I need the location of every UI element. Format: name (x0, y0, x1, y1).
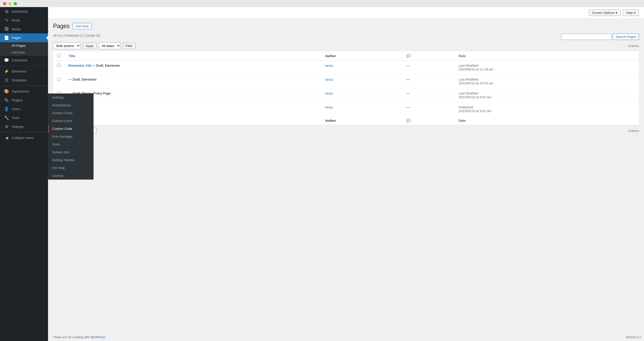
submenu-role-manager[interactable]: Role Manager (48, 133, 94, 140)
add-new-button[interactable]: Add New (73, 23, 91, 29)
items-count-top: 4 items (628, 44, 639, 48)
submenu-add-new[interactable]: Add New (0, 49, 48, 56)
submenu-system-info[interactable]: System Info (48, 148, 94, 156)
sidebar-item-appearance[interactable]: 🎨 Appearance (0, 87, 48, 96)
screen-options-button[interactable]: Screen Options ▾ (589, 10, 621, 16)
row1-checkbox[interactable] (57, 64, 60, 67)
row1-title-suffix: — Draft, Elementor (92, 64, 120, 67)
sidebar-item-plugins[interactable]: 🔌 Plugins (0, 96, 48, 105)
table-row: — Draft, Elementor tanaz — Last Modified… (53, 75, 639, 88)
wordpress-link[interactable]: WordPress (90, 335, 105, 339)
sidebar-item-collapse[interactable]: ◀ Collapse menu (0, 133, 48, 142)
settings-icon: ⚙ (4, 124, 9, 129)
search-row: Search Pages (561, 34, 639, 40)
header-area: All (4) | Published (1) | Drafts (3) Sea… (53, 34, 639, 40)
select-all-checkbox[interactable] (57, 54, 60, 57)
posts-icon: ✎ (4, 18, 9, 23)
row4-date-info: Published 2023/05/10 at 9:41 am (459, 105, 635, 113)
pages-arrow (46, 36, 48, 40)
filter-published-link[interactable]: Published (1) (64, 34, 85, 37)
sidebar-item-users[interactable]: 👤 Users (0, 105, 48, 113)
submenu-settings[interactable]: Settings (48, 93, 94, 101)
screen-options-label: Screen Options (592, 11, 615, 15)
submenu-tools[interactable]: Tools (48, 140, 94, 148)
dot-yellow[interactable] (8, 2, 12, 5)
row3-date-value: 2023/05/10 at 9:41 am (459, 95, 635, 99)
comment-bubble-icon: 💬 (406, 54, 410, 58)
row2-comments-cell: — (402, 75, 455, 88)
row2-author-cell: tanaz (321, 75, 402, 88)
row3-date-info: Last Modified 2023/05/10 at 9:41 am (459, 91, 635, 99)
row3-title-cell: — Draft, Privacy Policy Page (64, 88, 321, 102)
row1-author-link[interactable]: tanaz (325, 64, 333, 67)
sidebar-item-comments[interactable]: 💬 Comments (0, 56, 48, 65)
sidebar-item-media[interactable]: 🖼 Media (0, 25, 48, 33)
table-footer-date[interactable]: Date (455, 116, 639, 125)
filter-drafts-link[interactable]: Drafts (3) (86, 34, 100, 37)
elementor-submenu-dropdown: Settings Submissions Custom Fonts Custom… (48, 93, 94, 180)
table-footer-comments: 💬 (402, 116, 455, 125)
submenu-custom-fonts[interactable]: Custom Fonts (48, 109, 94, 117)
row2-checkbox[interactable] (57, 78, 60, 81)
table-header-date[interactable]: Date (455, 51, 639, 61)
sidebar-item-templates[interactable]: ☰ Templates (0, 76, 48, 85)
row4-author-cell: tanaz (321, 102, 402, 116)
row3-date-cell: Last Modified 2023/05/10 at 9:41 am (455, 88, 639, 102)
submenu-custom-icons[interactable]: Custom Icons (48, 117, 94, 125)
row1-date-label: Last Modified (459, 64, 635, 67)
bulk-actions-select[interactable]: Bulk actions (53, 42, 81, 49)
help-button[interactable]: Help ▾ (623, 10, 639, 16)
sidebar-item-settings[interactable]: ⚙ Settings (0, 122, 48, 131)
filter-all-link[interactable]: All (4) (53, 34, 63, 37)
table-header-author: Author (321, 51, 402, 61)
sidebar-label-posts: Posts (12, 18, 20, 22)
row1-title-link[interactable]: Elementor #10 (68, 64, 91, 67)
dot-red[interactable] (3, 2, 6, 5)
search-button[interactable]: Search Pages (613, 34, 639, 40)
dates-filter-select[interactable]: All dates (99, 42, 121, 49)
apply-button-top[interactable]: Apply (83, 43, 97, 49)
row1-date-info: Last Modified 2023/05/10 at 11:19 am (459, 64, 635, 71)
sidebar-divider-3 (0, 132, 48, 132)
submenu-license[interactable]: License (48, 172, 94, 180)
templates-icon: ☰ (4, 78, 9, 83)
table-footer-title[interactable]: Title (64, 116, 321, 125)
sidebar-label-settings: Settings (12, 125, 24, 129)
items-count-bottom: 4 items (628, 129, 639, 133)
dot-green[interactable] (14, 2, 17, 5)
sidebar-item-pages[interactable]: 📄 Pages (0, 33, 48, 42)
sidebar-item-posts[interactable]: ✎ Posts (0, 16, 48, 25)
row1-checkbox-cell (53, 61, 64, 75)
filter-button[interactable]: Filter (123, 43, 136, 49)
row2-checkbox-cell (53, 75, 64, 88)
sidebar-label-dashboard: Dashboard (12, 10, 28, 13)
row1-author-cell: tanaz (321, 61, 402, 75)
sidebar-item-tools[interactable]: 🔧 Tools (0, 113, 48, 122)
pages-icon: 📄 (4, 35, 9, 40)
sidebar: ⊞ Dashboard ✎ Posts 🖼 Media 📄 Pages All … (0, 0, 48, 341)
sidebar-label-users: Users (12, 107, 20, 111)
row2-title-suffix: — Draft, Elementor (68, 78, 97, 81)
row2-author-link[interactable]: tanaz (325, 78, 333, 81)
row1-title-cell: Elementor #10 — Draft, Elementor (64, 61, 321, 75)
search-input[interactable] (561, 34, 612, 40)
submenu-get-help[interactable]: Get Help (48, 164, 94, 172)
sidebar-label-appearance: Appearance (12, 89, 29, 93)
row4-author-link[interactable]: tanaz (325, 105, 333, 109)
comments-icon: 💬 (4, 58, 9, 63)
submenu-custom-code[interactable]: Custom Code (48, 125, 94, 133)
filter-links: All (4) | Published (1) | Drafts (3) (53, 34, 100, 37)
submenu-all-pages[interactable]: All Pages (0, 42, 48, 49)
row3-author-cell: tanaz (321, 88, 402, 102)
submenu-getting-started[interactable]: Getting Started (48, 156, 94, 164)
table-row: — Draft, Privacy Policy Page tanaz — Las… (53, 88, 639, 102)
row3-comments-cell: — (402, 88, 455, 102)
tools-icon: 🔧 (4, 115, 9, 120)
sidebar-item-dashboard[interactable]: ⊞ Dashboard (0, 7, 48, 16)
row4-comments-cell: — (402, 102, 455, 116)
sidebar-item-elementor[interactable]: ⚡ Elementor (0, 67, 48, 76)
row3-author-link[interactable]: tanaz (325, 91, 333, 95)
table-footer-author: Author (321, 116, 402, 125)
table-header-title[interactable]: Title (64, 51, 321, 61)
submenu-submissions[interactable]: Submissions (48, 101, 94, 109)
